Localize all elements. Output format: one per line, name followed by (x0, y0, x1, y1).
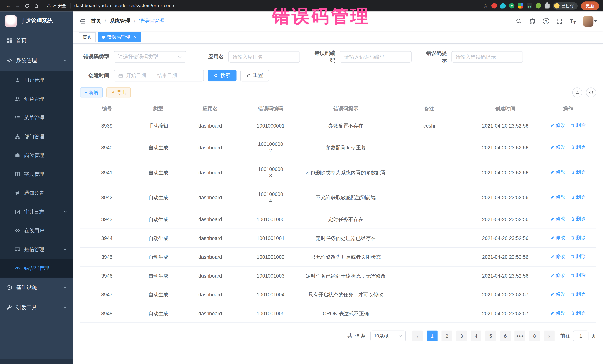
sidebar-item-home[interactable]: 首页 (0, 31, 73, 51)
delete-link[interactable]: 删除 (570, 235, 586, 241)
profile-paused-chip[interactable]: 已暂停 (553, 2, 578, 9)
edit-link[interactable]: 修改 (550, 194, 565, 200)
sidebar-item-dev-tools[interactable]: 研发工具 (0, 298, 73, 318)
close-icon[interactable]: × (132, 34, 137, 40)
date-range-picker[interactable]: 开始日期 - 结束日期 (114, 70, 204, 81)
sidebar-item-notice[interactable]: 通知公告 (0, 184, 73, 202)
extension-icon-green[interactable] (536, 3, 541, 9)
edit-link[interactable]: 修改 (550, 122, 565, 129)
extension-icon-grid[interactable] (518, 3, 523, 9)
extension-icon-teal[interactable] (500, 3, 506, 9)
address-bar[interactable]: dashboard.yudao.iocoder.cn/system/error-… (74, 3, 174, 9)
sidebar-collapse-bar[interactable] (0, 359, 73, 364)
export-button[interactable]: 导出 (106, 88, 131, 98)
font-large-glyph: T (570, 18, 573, 24)
edit-link[interactable]: 修改 (550, 272, 565, 279)
delete-link[interactable]: 删除 (570, 310, 586, 316)
sidebar-item-audit-log[interactable]: 审计日志 (0, 202, 73, 221)
sidebar-item-online-users[interactable]: 在线用户 (0, 221, 73, 240)
cell-app: dashboard (183, 304, 237, 323)
font-size-icon[interactable]: TT (570, 18, 576, 24)
back-icon[interactable]: ← (4, 1, 13, 10)
chevron-up-icon (63, 59, 67, 62)
page-button-2[interactable]: 2 (441, 331, 452, 342)
date-separator: - (151, 73, 152, 78)
error-code-field (340, 51, 412, 63)
sidebar-item-user-management[interactable]: 用户管理 (0, 71, 73, 89)
cell-app: dashboard (183, 135, 237, 160)
sidebar-item-dept-management[interactable]: 部门管理 (0, 127, 73, 146)
edit-label: 修改 (556, 169, 565, 176)
page-button-6[interactable]: 6 (500, 331, 511, 342)
page-button-4[interactable]: 4 (471, 331, 481, 342)
table-row: 3945 自动生成 dashboard 1001001002 只允许修改为开启或… (80, 247, 596, 266)
sidebar-item-label: 通知公告 (24, 189, 44, 196)
github-icon[interactable] (529, 18, 536, 24)
edit-link[interactable]: 修改 (550, 144, 565, 151)
eye-icon (15, 228, 20, 233)
delete-link[interactable]: 删除 (570, 144, 586, 151)
extensions-puzzle-icon[interactable] (545, 3, 550, 8)
sidebar-item-sms-management[interactable]: 短信管理 (0, 240, 73, 259)
extension-icon-green-v[interactable]: V (509, 3, 514, 9)
tab-error-code-management[interactable]: 错误码管理 × (98, 32, 141, 42)
edit-link[interactable]: 修改 (550, 235, 565, 241)
toggle-search-button[interactable] (572, 88, 582, 98)
extension-icon-red[interactable] (491, 3, 497, 9)
search-icon[interactable] (516, 18, 522, 24)
edit-link[interactable]: 修改 (550, 169, 565, 176)
prev-page-button[interactable]: ‹ (412, 331, 423, 342)
breadcrumb-item[interactable]: 首页 (91, 18, 101, 24)
delete-link[interactable]: 删除 (570, 253, 586, 260)
breadcrumb-item[interactable]: 系统管理 (109, 18, 130, 24)
page-button-3[interactable]: 3 (456, 331, 467, 342)
delete-link[interactable]: 删除 (570, 272, 586, 279)
error-code-input[interactable] (344, 54, 407, 60)
tab-home[interactable]: 首页 (79, 32, 96, 42)
edit-link[interactable]: 修改 (550, 310, 565, 316)
app-logo[interactable]: 芋道管理系统 (0, 11, 73, 31)
edit-link[interactable]: 修改 (550, 253, 565, 260)
user-avatar[interactable] (583, 16, 597, 26)
search-button[interactable]: 搜索 (208, 70, 236, 81)
home-icon[interactable] (32, 1, 41, 10)
goto-page-input[interactable] (573, 331, 588, 342)
cell-time: 2021-04-20 23:52:57 (471, 285, 540, 304)
browser-update-button[interactable]: 更新 (581, 1, 599, 10)
page-button-1[interactable]: 1 (427, 331, 438, 342)
delete-link[interactable]: 删除 (570, 194, 586, 200)
security-indicator[interactable]: ⚠ 不安全 (47, 3, 66, 9)
sidebar-item-menu-management[interactable]: 菜单管理 (0, 108, 73, 127)
delete-link[interactable]: 删除 (570, 169, 586, 176)
page-size-select[interactable]: 10条/页 (370, 331, 406, 342)
edit-label: 修改 (556, 216, 565, 222)
sidebar-item-role-management[interactable]: 角色管理 (0, 89, 73, 109)
sidebar-item-error-code-management[interactable]: 错误码管理 (0, 259, 73, 278)
extension-icon-on-badge[interactable]: on (527, 3, 532, 9)
app-name-input[interactable] (233, 54, 296, 60)
add-button[interactable]: + 新增 (80, 88, 103, 98)
page-button-5[interactable]: 5 (485, 331, 496, 342)
delete-link[interactable]: 删除 (570, 122, 586, 129)
hamburger-fold-icon[interactable] (79, 18, 85, 24)
delete-link[interactable]: 删除 (570, 291, 586, 298)
sidebar-item-system-management[interactable]: 系统管理 (0, 51, 73, 71)
edit-link[interactable]: 修改 (550, 216, 565, 222)
help-icon[interactable]: ? (543, 18, 549, 24)
error-type-select[interactable]: 请选择错误码类型 (114, 51, 186, 63)
next-page-button[interactable]: › (544, 331, 555, 342)
forward-icon[interactable]: → (13, 1, 22, 10)
fullscreen-icon[interactable] (557, 18, 562, 24)
more-pages-button[interactable]: ●●● (514, 331, 525, 342)
bookmark-star-icon[interactable]: ☆ (483, 3, 488, 9)
delete-link[interactable]: 删除 (570, 216, 586, 222)
sidebar-item-infrastructure[interactable]: 基础设施 (0, 278, 73, 298)
sidebar-item-post-management[interactable]: 岗位管理 (0, 146, 73, 165)
reset-button[interactable]: 重置 (240, 70, 269, 81)
sidebar-item-dict-management[interactable]: 字典管理 (0, 165, 73, 184)
refresh-button[interactable] (586, 88, 596, 98)
edit-link[interactable]: 修改 (550, 291, 565, 298)
page-button-8[interactable]: 8 (529, 331, 540, 342)
reload-icon[interactable] (22, 1, 32, 10)
error-message-input[interactable] (456, 54, 519, 60)
